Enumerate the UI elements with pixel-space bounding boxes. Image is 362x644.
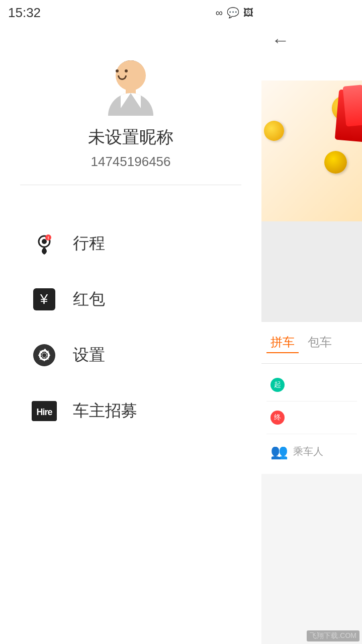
settings-label: 设置 bbox=[73, 344, 105, 366]
settings-icon bbox=[30, 341, 58, 369]
trip-svg: ! bbox=[33, 232, 55, 255]
avatar[interactable] bbox=[103, 60, 158, 116]
hire-svg: Hire bbox=[32, 401, 57, 421]
hire-icon: Hire bbox=[30, 397, 58, 425]
avatar-head bbox=[116, 60, 146, 91]
gray-area bbox=[261, 221, 362, 322]
trip-label: 行程 bbox=[73, 232, 105, 255]
tab-carpool[interactable]: 拼车 bbox=[266, 332, 299, 353]
right-panel: ← 拼车 包车 起 终 👥 乘车人 bbox=[261, 0, 362, 644]
start-location[interactable]: 起 bbox=[266, 369, 357, 401]
redpacket-icon: ¥ bbox=[30, 285, 58, 313]
coin-3 bbox=[324, 151, 347, 174]
phone-number: 14745196456 bbox=[90, 154, 170, 170]
end-label: 终 bbox=[274, 413, 281, 422]
gear-svg bbox=[37, 348, 52, 363]
avatar-eye-right bbox=[125, 69, 128, 72]
passenger-label: 乘车人 bbox=[293, 445, 323, 458]
status-bar: 15:32 ∞ 💬 🖼 bbox=[0, 0, 261, 25]
status-icons: ∞ 💬 🖼 bbox=[216, 7, 253, 19]
menu-item-recruit[interactable]: Hire 车主招募 bbox=[0, 383, 261, 439]
right-tabs: 拼车 包车 bbox=[261, 322, 362, 364]
banner-area bbox=[261, 80, 362, 221]
image-icon: 🖼 bbox=[243, 7, 253, 19]
menu-list: ! 行程 ¥ 红包 bbox=[0, 205, 261, 449]
red-element-2 bbox=[343, 85, 362, 126]
start-label: 起 bbox=[274, 380, 281, 389]
tab-charter[interactable]: 包车 bbox=[304, 332, 336, 353]
profile-section: 未设置昵称 14745196456 bbox=[0, 0, 261, 205]
avatar-collar-left bbox=[121, 93, 131, 108]
message-icon: 💬 bbox=[227, 7, 239, 19]
svg-text:!: ! bbox=[47, 235, 49, 240]
svg-text:Hire: Hire bbox=[36, 407, 52, 417]
trip-icon: ! bbox=[30, 229, 58, 257]
redpacket-label: 红包 bbox=[73, 288, 105, 310]
location-area: 起 终 👥 乘车人 bbox=[261, 364, 362, 474]
menu-item-trip[interactable]: ! 行程 bbox=[0, 215, 261, 271]
status-time: 15:32 bbox=[8, 5, 41, 21]
username[interactable]: 未设置昵称 bbox=[88, 126, 173, 149]
passenger-icon: 👥 bbox=[270, 443, 288, 460]
watermark: 飞翔下载.COM bbox=[307, 630, 359, 641]
coin-2 bbox=[262, 119, 287, 143]
avatar-eye-left bbox=[116, 69, 119, 72]
right-header: ← bbox=[261, 0, 362, 80]
end-location[interactable]: 终 bbox=[266, 401, 357, 434]
infinity-icon: ∞ bbox=[216, 7, 223, 19]
left-drawer: 15:32 ∞ 💬 🖼 未设置昵称 1 bbox=[0, 0, 261, 644]
recruit-label: 车主招募 bbox=[73, 400, 137, 422]
avatar-shirt bbox=[108, 93, 153, 116]
passenger-row[interactable]: 👥 乘车人 bbox=[266, 434, 357, 469]
start-dot: 起 bbox=[270, 378, 285, 392]
avatar-smile bbox=[118, 75, 127, 80]
avatar-collar-right bbox=[131, 93, 141, 108]
svg-point-6 bbox=[42, 353, 46, 357]
back-button[interactable]: ← bbox=[272, 30, 290, 51]
end-dot: 终 bbox=[270, 411, 285, 425]
menu-item-redpacket[interactable]: ¥ 红包 bbox=[0, 271, 261, 327]
divider bbox=[20, 185, 241, 185]
svg-point-1 bbox=[42, 239, 47, 244]
menu-item-settings[interactable]: 设置 bbox=[0, 327, 261, 383]
